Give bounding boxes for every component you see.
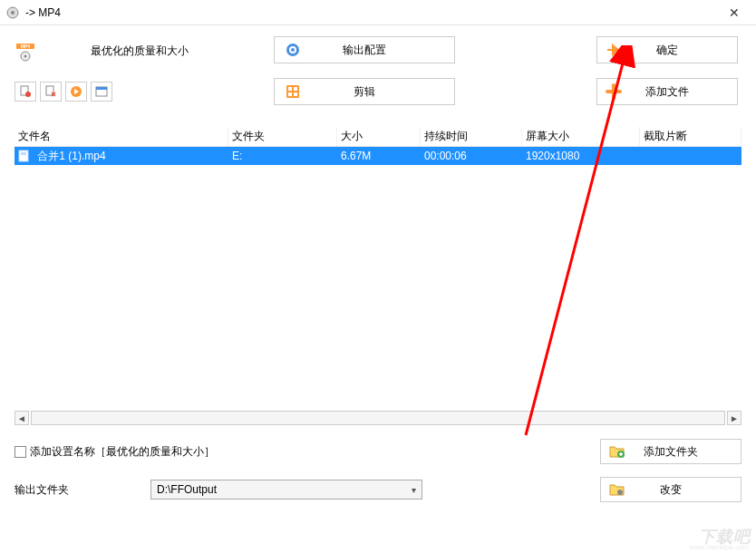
arrow-right-icon (597, 42, 630, 58)
file-table: 文件名 文件夹 大小 持续时间 屏幕大小 截取片断 合并1 (1).mp4 E:… (0, 127, 756, 426)
top-toolbar: MP4 最优化的质量和大小 输出配置 (0, 25, 756, 127)
output-folder-value: D:\FFOutput (157, 483, 217, 496)
table-header: 文件名 文件夹 大小 持续时间 屏幕大小 截取片断 (15, 127, 741, 147)
table-body: 合并1 (1).mp4 E: 6.67M 00:00:06 1920x1080 (15, 147, 741, 408)
window-icon (95, 85, 108, 98)
quality-label: 最优化的质量和大小 (91, 44, 189, 59)
scroll-right-icon[interactable]: ► (727, 411, 741, 425)
window-title: -> MP4 (25, 6, 718, 19)
svg-rect-21 (21, 152, 26, 155)
toolbar-btn-1[interactable] (15, 82, 36, 102)
h-scrollbar[interactable]: ◄ ► (15, 410, 741, 426)
output-folder-label: 输出文件夹 (15, 482, 150, 498)
add-folder-button[interactable]: 添加文件夹 (600, 439, 741, 464)
small-toolbar (15, 82, 274, 102)
plus-icon (597, 83, 630, 100)
scroll-left-icon[interactable]: ◄ (15, 411, 29, 425)
svg-point-7 (25, 92, 31, 97)
watermark-url: www.xiazaiba.com (689, 543, 749, 551)
toolbar-btn-4[interactable] (91, 82, 112, 102)
th-size[interactable]: 大小 (337, 127, 421, 146)
close-button[interactable]: ✕ (718, 0, 751, 25)
svg-point-23 (617, 490, 623, 495)
output-folder-select[interactable]: D:\FFOutput ▾ (150, 480, 422, 500)
mp4-format-icon: MP4 (15, 40, 36, 62)
cell-duration: 00:00:06 (421, 150, 522, 162)
svg-text:MP4: MP4 (21, 44, 31, 49)
th-duration[interactable]: 持续时间 (421, 127, 522, 146)
add-file-button[interactable]: 添加文件 (596, 78, 738, 105)
svg-rect-11 (96, 87, 107, 90)
titlebar: -> MP4 ✕ (0, 0, 756, 25)
svg-rect-16 (288, 87, 292, 91)
app-icon (5, 5, 20, 20)
add-settings-label: 添加设置名称［最优化的质量和大小］ (30, 444, 215, 460)
svg-rect-20 (19, 150, 28, 161)
toolbar-btn-play[interactable] (65, 82, 87, 102)
svg-point-5 (24, 55, 27, 58)
edit-label: 剪辑 (311, 84, 454, 100)
gear-icon (275, 42, 311, 58)
ok-button[interactable]: 确定 (596, 36, 738, 63)
page-minus-icon (19, 85, 32, 98)
page-x-icon (44, 85, 57, 98)
th-folder[interactable]: 文件夹 (228, 127, 337, 146)
svg-point-1 (11, 11, 15, 15)
change-button[interactable]: 改变 (600, 477, 741, 502)
th-screen[interactable]: 屏幕大小 (522, 127, 640, 146)
th-clip[interactable]: 截取片断 (640, 127, 741, 146)
svg-rect-18 (288, 92, 292, 96)
add-settings-checkbox[interactable] (15, 446, 26, 458)
bottom-section: 添加设置名称［最优化的质量和大小］ 添加文件夹 输出文件夹 D:\FFOutpu… (0, 426, 756, 502)
add-file-label: 添加文件 (630, 84, 737, 100)
table-row[interactable]: 合并1 (1).mp4 E: 6.67M 00:00:06 1920x1080 (15, 147, 741, 165)
edit-button[interactable]: 剪辑 (274, 78, 455, 105)
ok-label: 确定 (630, 43, 737, 58)
svg-rect-19 (294, 92, 297, 96)
cell-size: 6.67M (337, 150, 421, 162)
svg-rect-17 (294, 87, 297, 91)
film-icon (275, 83, 311, 100)
chevron-down-icon: ▾ (412, 485, 416, 495)
folder-gear-icon (601, 481, 634, 498)
video-file-icon (18, 150, 31, 162)
play-icon (70, 85, 82, 98)
folder-plus-icon (601, 443, 634, 460)
svg-point-14 (291, 48, 295, 52)
cell-folder: E: (228, 150, 337, 162)
toolbar-btn-2[interactable] (40, 82, 62, 102)
cell-screen: 1920x1080 (522, 150, 640, 162)
cell-name: 合并1 (1).mp4 (37, 150, 105, 162)
scroll-track[interactable] (31, 411, 725, 425)
change-label: 改变 (634, 482, 741, 498)
th-name[interactable]: 文件名 (15, 127, 228, 146)
add-folder-label: 添加文件夹 (634, 444, 741, 460)
output-config-button[interactable]: 输出配置 (274, 36, 455, 63)
output-config-label: 输出配置 (311, 43, 454, 58)
